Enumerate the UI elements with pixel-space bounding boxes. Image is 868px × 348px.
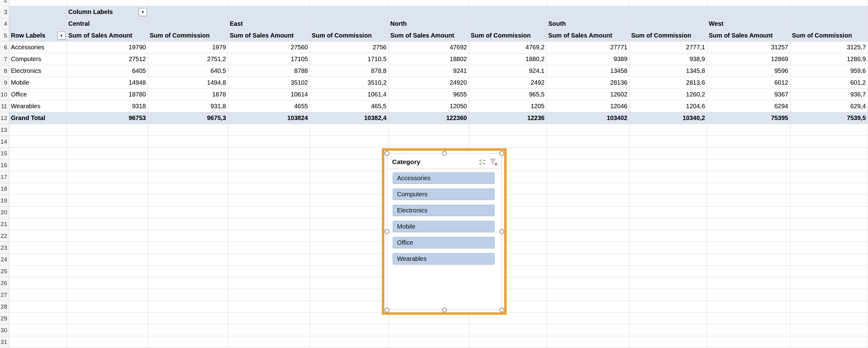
grand-total-value-cell[interactable]: 12236: [469, 112, 547, 124]
cell[interactable]: [469, 124, 547, 136]
row-labels-filter-dropdown[interactable]: ▼: [57, 32, 65, 40]
row-header[interactable]: 24: [0, 254, 9, 266]
pivot-row-label[interactable]: Electronics: [9, 65, 67, 77]
cell[interactable]: [790, 313, 868, 324]
cell[interactable]: [547, 195, 629, 207]
cell[interactable]: [790, 136, 868, 148]
cell[interactable]: [228, 230, 310, 242]
cell[interactable]: [228, 301, 310, 313]
row-header[interactable]: 14: [0, 136, 9, 148]
cell[interactable]: [148, 254, 228, 266]
cell[interactable]: [469, 0, 547, 6]
cell[interactable]: [310, 230, 389, 242]
pivot-value-cell[interactable]: 12046: [547, 101, 629, 112]
pivot-value-cell[interactable]: 629,4: [790, 101, 868, 112]
cell[interactable]: [67, 242, 148, 254]
cell[interactable]: [547, 324, 629, 336]
row-header[interactable]: 8: [0, 65, 9, 77]
cell[interactable]: [629, 6, 707, 18]
cell[interactable]: [228, 195, 310, 207]
cell[interactable]: [707, 266, 790, 277]
slicer-item-accessories[interactable]: Accessories: [393, 172, 495, 184]
cell[interactable]: [707, 254, 790, 266]
cell[interactable]: [148, 171, 228, 183]
cell[interactable]: [547, 313, 629, 324]
region-header[interactable]: North: [389, 18, 469, 30]
pivot-row-label[interactable]: Computers: [9, 54, 67, 65]
cell[interactable]: [310, 183, 389, 195]
resize-handle-middle-left[interactable]: [385, 229, 389, 234]
pivot-value-cell[interactable]: 35102: [228, 77, 310, 89]
row-header[interactable]: 28: [0, 301, 9, 313]
cell[interactable]: [707, 160, 790, 171]
cell[interactable]: [790, 171, 868, 183]
cell[interactable]: [148, 160, 228, 171]
cell[interactable]: [790, 277, 868, 289]
cell[interactable]: [629, 160, 707, 171]
pivot-value-cell[interactable]: 19790: [67, 41, 148, 54]
measure-header[interactable]: Sum of Sales Amount: [389, 30, 469, 41]
cell[interactable]: [228, 324, 310, 336]
pivot-value-cell[interactable]: 12602: [547, 89, 629, 101]
cell[interactable]: [310, 6, 389, 18]
cell[interactable]: [148, 218, 228, 230]
pivot-value-cell[interactable]: 640,5: [148, 65, 228, 77]
pivot-column-labels-cell[interactable]: Column Labels▼: [67, 6, 148, 18]
cell[interactable]: [707, 195, 790, 207]
cell[interactable]: [148, 289, 228, 301]
cell[interactable]: [389, 136, 469, 148]
pivot-value-cell[interactable]: 1494,8: [148, 77, 228, 89]
pivot-value-cell[interactable]: 6294: [707, 101, 790, 112]
cell[interactable]: [629, 218, 707, 230]
cell[interactable]: [310, 18, 389, 30]
pivot-value-cell[interactable]: 465,5: [310, 101, 389, 112]
cell[interactable]: [707, 313, 790, 324]
pivot-value-cell[interactable]: 601,2: [790, 77, 868, 89]
pivot-value-cell[interactable]: 28136: [547, 77, 629, 89]
pivot-value-cell[interactable]: 27512: [67, 54, 148, 65]
pivot-row-label[interactable]: Accessories: [9, 41, 67, 54]
cell[interactable]: [9, 195, 67, 207]
cell[interactable]: [148, 18, 228, 30]
cell[interactable]: [310, 195, 389, 207]
cell[interactable]: [67, 148, 148, 160]
cell[interactable]: [707, 277, 790, 289]
pivot-value-cell[interactable]: 1979: [148, 41, 228, 54]
row-header[interactable]: 9: [0, 77, 9, 89]
grand-total-value-cell[interactable]: 7539,5: [790, 112, 868, 124]
cell[interactable]: [310, 254, 389, 266]
cell[interactable]: [469, 18, 547, 30]
slicer-item-wearables[interactable]: Wearables: [393, 253, 495, 265]
cell[interactable]: [67, 183, 148, 195]
grand-total-value-cell[interactable]: 75395: [707, 112, 790, 124]
measure-header[interactable]: Sum of Commission: [310, 30, 389, 41]
cell[interactable]: [228, 266, 310, 277]
cell[interactable]: [67, 289, 148, 301]
row-header[interactable]: 13: [0, 124, 9, 136]
cell[interactable]: [67, 171, 148, 183]
cell[interactable]: [707, 171, 790, 183]
cell[interactable]: [148, 195, 228, 207]
cell[interactable]: [469, 336, 547, 348]
region-header[interactable]: East: [228, 18, 310, 30]
cell[interactable]: [228, 289, 310, 301]
cell[interactable]: [629, 171, 707, 183]
pivot-value-cell[interactable]: 924,1: [469, 65, 547, 77]
cell[interactable]: [310, 242, 389, 254]
cell[interactable]: [790, 124, 868, 136]
pivot-value-cell[interactable]: 47692: [389, 41, 469, 54]
pivot-value-cell[interactable]: 4769,2: [469, 41, 547, 54]
pivot-value-cell[interactable]: 14948: [67, 77, 148, 89]
measure-header[interactable]: Sum of Sales Amount: [547, 30, 629, 41]
cell[interactable]: [469, 6, 547, 18]
cell[interactable]: [228, 0, 310, 6]
cell[interactable]: [547, 289, 629, 301]
pivot-value-cell[interactable]: 1710,5: [310, 54, 389, 65]
cell[interactable]: [310, 218, 389, 230]
cell[interactable]: [469, 136, 547, 148]
cell[interactable]: [547, 277, 629, 289]
cell[interactable]: [389, 6, 469, 18]
pivot-value-cell[interactable]: 2756: [310, 41, 389, 54]
resize-handle-bottom-right[interactable]: [499, 308, 504, 312]
cell[interactable]: [707, 183, 790, 195]
